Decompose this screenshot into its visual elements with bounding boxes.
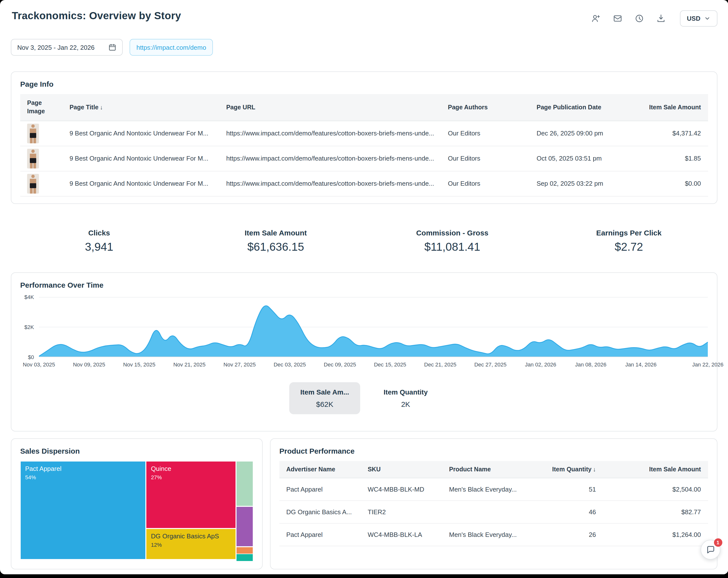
top-bar: Trackonomics: Overview by Story USD (0, 0, 728, 27)
item-quantity-cell: 51 (523, 478, 603, 501)
chevron-down-icon (704, 15, 710, 22)
x-tick-label: Dec 09, 2025 (324, 362, 356, 367)
item-sale-amount-cell: $2,504.00 (603, 478, 708, 501)
item-sale-amount-cell: $4,371.42 (625, 121, 708, 146)
y-tick-label: $2K (24, 324, 34, 330)
column-header-page-title[interactable]: Page Title↓ (62, 94, 219, 121)
page-title-cell: 9 Best Organic And Nontoxic Underwear Fo… (62, 121, 219, 146)
page-url-filter-chip[interactable]: https://impact.com/demo (130, 39, 213, 56)
kpi-summary: Clicks 3,941 Item Sale Amount $61,636.15… (11, 229, 717, 254)
date-range-value: Nov 3, 2025 - Jan 22, 2026 (17, 44, 95, 51)
product-performance-card: Product Performance Advertiser Name SKU … (270, 438, 717, 569)
sku-cell: TIER2 (361, 501, 442, 523)
schedule-history-icon[interactable] (634, 14, 644, 23)
item-sale-amount-cell: $1.85 (625, 146, 708, 171)
kpi-value: $11,081.41 (364, 240, 541, 254)
table-row: 9 Best Organic And Nontoxic Underwear Fo… (20, 121, 708, 146)
currency-value: USD (687, 15, 700, 22)
advertiser-cell: Pact Apparel (279, 523, 361, 546)
page-thumbnail-image (27, 174, 39, 193)
treemap-segment-percent: 12% (151, 542, 231, 548)
x-tick-label: Dec 03, 2025 (274, 362, 306, 367)
column-header-sku[interactable]: SKU (361, 461, 442, 478)
column-header-item-sale-amount[interactable]: Item Sale Amount (603, 461, 708, 478)
x-tick-label: Jan 08, 2026 (575, 362, 606, 367)
app-window: Trackonomics: Overview by Story USD (0, 0, 728, 574)
treemap-segment[interactable] (236, 554, 253, 561)
publication-date-cell: Dec 26, 2025 09:00 pm (530, 121, 625, 146)
top-actions: USD (591, 10, 717, 27)
page-info-card: Page Info Page Image Page Title↓ Page UR… (11, 72, 717, 204)
legend-value: $62K (300, 400, 349, 408)
x-tick-label: Dec 27, 2025 (474, 362, 506, 367)
page-thumbnail-image (27, 124, 39, 143)
legend-label: Item Quantity (384, 388, 428, 396)
page-url-cell: https://www.impact.com/demo/features/cot… (219, 171, 441, 196)
page-thumbnail-image (27, 149, 39, 168)
treemap-segment-label: Quince (151, 465, 231, 473)
item-quantity-cell: 46 (523, 501, 603, 523)
treemap-segment-label: DG Organic Basics ApS (151, 532, 231, 541)
x-tick-label: Jan 22, 2026 (692, 362, 723, 367)
column-header-page-authors[interactable]: Page Authors (441, 94, 530, 121)
sales-dispersion-title: Sales Dispersion (20, 447, 253, 455)
sort-descending-icon: ↓ (100, 104, 103, 111)
item-sale-amount-cell: $82.77 (603, 501, 708, 523)
y-tick-label: $4K (24, 294, 34, 300)
treemap-segment-percent: 27% (151, 474, 231, 480)
performance-x-axis: Nov 03, 2025Nov 09, 2025Nov 15, 2025Nov … (39, 362, 708, 369)
advertiser-cell: Pact Apparel (279, 478, 361, 501)
kpi-earnings-per-click: Earnings Per Click $2.72 (541, 229, 717, 254)
chat-bubble-icon (705, 545, 715, 555)
table-row: Pact Apparel WC4-MBB-BLK-LA Men's Black … (279, 523, 708, 546)
bottom-section: Sales Dispersion Pact Apparel54%Quince27… (11, 438, 717, 569)
chat-support-button[interactable]: 1 (700, 540, 720, 559)
legend-item[interactable]: Item Sale Am... $62K (289, 382, 360, 414)
download-icon[interactable] (656, 14, 666, 23)
performance-plot (39, 297, 708, 357)
add-user-icon[interactable] (591, 14, 601, 23)
treemap-segment[interactable]: Quince27% (146, 461, 236, 528)
x-tick-label: Nov 21, 2025 (173, 362, 205, 367)
product-name-cell: Men's Black Everyday... (442, 523, 524, 546)
advertiser-cell: DG Organic Basics A... (279, 501, 361, 523)
filter-bar: Nov 3, 2025 - Jan 22, 2026 https://impac… (0, 39, 728, 56)
kpi-value: $61,636.15 (187, 240, 364, 254)
currency-selector[interactable]: USD (680, 10, 717, 27)
treemap-segment[interactable]: Pact Apparel54% (20, 461, 146, 559)
treemap-segment[interactable] (236, 506, 253, 547)
date-range-picker[interactable]: Nov 3, 2025 - Jan 22, 2026 (11, 39, 123, 56)
column-header-publication-date[interactable]: Page Publication Date (530, 94, 625, 121)
performance-title: Performance Over Time (20, 281, 708, 289)
table-row: Pact Apparel WC4-MBB-BLK-MD Men's Black … (279, 478, 708, 501)
treemap-segment-percent: 54% (25, 474, 141, 480)
legend-value: 2K (384, 400, 428, 408)
x-tick-label: Nov 03, 2025 (23, 362, 55, 367)
kpi-value: 3,941 (11, 240, 187, 254)
column-header-page-url[interactable]: Page URL (219, 94, 441, 121)
sku-cell: WC4-MBB-BLK-LA (361, 523, 442, 546)
table-header-row: Page Image Page Title↓ Page URL Page Aut… (20, 94, 708, 121)
item-sale-amount-cell: $0.00 (625, 171, 708, 196)
treemap-segment[interactable] (236, 461, 253, 506)
kpi-clicks: Clicks 3,941 (11, 229, 187, 254)
x-tick-label: Nov 27, 2025 (224, 362, 256, 367)
x-tick-label: Jan 14, 2026 (625, 362, 656, 367)
legend-item[interactable]: Item Quantity 2K (373, 382, 439, 414)
sort-descending-icon: ↓ (593, 466, 596, 473)
page-title-cell: 9 Best Organic And Nontoxic Underwear Fo… (62, 146, 219, 171)
column-header-item-quantity[interactable]: Item Quantity↓ (523, 461, 603, 478)
treemap-segment[interactable]: DG Organic Basics ApS12% (146, 528, 236, 559)
kpi-label: Clicks (11, 229, 187, 237)
column-header-advertiser-name[interactable]: Advertiser Name (279, 461, 361, 478)
sales-treemap: Pact Apparel54%Quince27%DG Organic Basic… (20, 461, 253, 559)
column-header-item-sale-amount[interactable]: Item Sale Amount (625, 94, 708, 121)
table-header-row: Advertiser Name SKU Product Name Item Qu… (279, 461, 708, 478)
column-header-page-image[interactable]: Page Image (20, 94, 62, 121)
treemap-segment-label: Pact Apparel (25, 465, 141, 473)
column-header-product-name[interactable]: Product Name (442, 461, 524, 478)
email-icon[interactable] (613, 14, 622, 23)
kpi-label: Earnings Per Click (541, 229, 717, 237)
table-row: 9 Best Organic And Nontoxic Underwear Fo… (20, 171, 708, 196)
page-url-cell: https://www.impact.com/demo/features/cot… (219, 146, 441, 171)
